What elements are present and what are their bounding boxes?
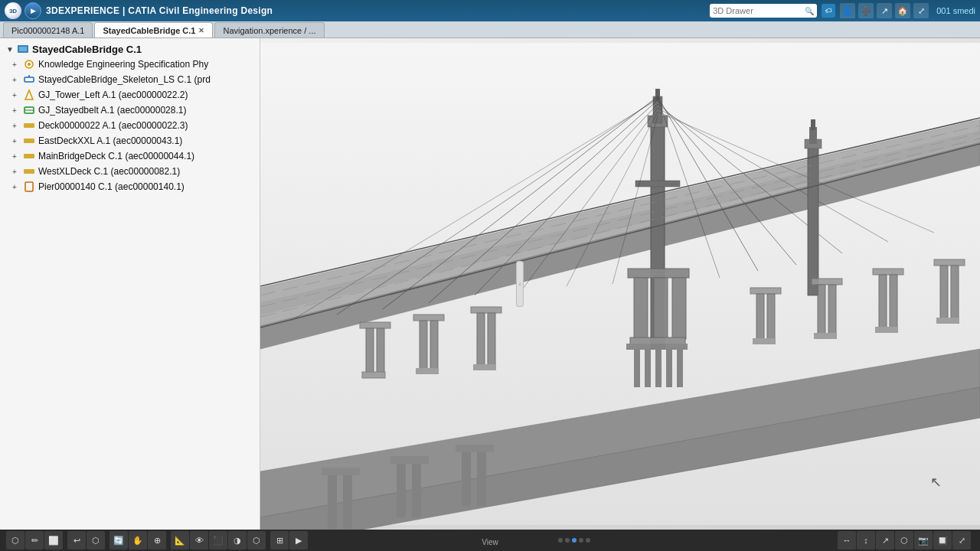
tab-pic[interactable]: Pic0000002148 A.1	[3, 22, 93, 37]
tree-expand-3[interactable]: +	[12, 91, 20, 99]
svg-rect-69	[818, 285, 825, 334]
share-icon[interactable]: ↗	[877, 3, 892, 18]
wireframe-tool[interactable]: ⬡	[247, 531, 266, 549]
user-badge: 001 smedi	[936, 6, 975, 15]
svg-rect-89	[343, 475, 352, 529]
svg-rect-9	[24, 123, 34, 128]
svg-rect-44	[362, 372, 385, 378]
svg-rect-90	[390, 456, 429, 464]
sketch-tool[interactable]: ✏	[25, 531, 44, 549]
tree-item-label-8: WestXLDeck C.1 (aec00000082.1)	[38, 166, 180, 177]
capture-tool[interactable]: 📷	[914, 531, 933, 549]
ke-icon	[23, 58, 35, 70]
svg-rect-76	[934, 259, 965, 266]
svg-rect-58	[626, 344, 688, 350]
tab-nav[interactable]: Navigation.xperience / ...	[214, 22, 324, 37]
zoom-tool[interactable]: ⊕	[148, 531, 166, 549]
dim3-tool[interactable]: ↗	[876, 531, 894, 549]
select-tools: ⬡ ✏ ⬜	[6, 531, 63, 549]
rotate-tool[interactable]: 🔄	[109, 531, 128, 549]
add-icon[interactable]: ➕	[858, 3, 874, 18]
svg-rect-4	[24, 77, 34, 82]
svg-rect-95	[477, 452, 486, 506]
tree-item-9[interactable]: +Pier00000140 C.1 (aec00000140.1)	[0, 179, 260, 194]
nav-dot-1	[558, 538, 563, 543]
analysis-tools: 📐 👁 ⬛ ◑ ⬡	[171, 531, 266, 549]
navigation-dots	[558, 538, 590, 543]
tree-item-5[interactable]: +Deck00000022 A.1 (aec00000022.3)	[0, 118, 260, 133]
svg-rect-51	[488, 313, 495, 367]
dim4-tool[interactable]: ⬡	[895, 531, 913, 549]
tab-bridge[interactable]: StayedCableBridge C.1 ✕	[94, 22, 213, 37]
tree-item-7[interactable]: +MainBridgeDeck C.1 (aec00000044.1)	[0, 148, 260, 164]
hide-tool[interactable]: 👁	[190, 531, 208, 549]
svg-rect-73	[879, 275, 887, 328]
panel-collapse-handle[interactable]: ‹	[516, 261, 524, 307]
tree-expand-5[interactable]: +	[12, 122, 20, 129]
tree-item-2[interactable]: +StayedCableBridge_Skeleton_LS C.1 (prd	[0, 72, 260, 87]
3d-viewport[interactable]: ↖ ‹	[260, 38, 980, 530]
tree-expand-4[interactable]: +	[12, 106, 20, 114]
top-bar: 3D 3DEXPERIENCE | CATIA Civil Engineerin…	[0, 0, 980, 21]
svg-rect-87	[322, 468, 360, 475]
select-tool[interactable]: ⬡	[6, 531, 24, 549]
tree-item-3[interactable]: +GJ_Tower_Left A.1 (aec00000022.2)	[0, 87, 260, 103]
view3d-tool[interactable]: 🔲	[933, 531, 952, 549]
svg-rect-12	[24, 169, 34, 174]
tree-item-4[interactable]: +GJ_Stayedbelt A.1 (aec00000028.1)	[0, 103, 260, 118]
search-icon[interactable]: 🔍	[805, 7, 814, 15]
section-tool[interactable]: ⬛	[209, 531, 227, 549]
nav-dot-3	[572, 538, 577, 543]
tag-icon[interactable]: 🏷	[822, 4, 835, 18]
search-input[interactable]	[713, 6, 805, 15]
render-tool[interactable]: ◑	[228, 531, 247, 549]
tree-item-label-5: Deck00000022 A.1 (aec00000022.3)	[38, 120, 188, 131]
tree-panel: ▼ StayedCableBridge C.1 +Knowledge Engin…	[0, 38, 260, 530]
dim2-tool[interactable]: ↕	[857, 531, 875, 549]
svg-rect-93	[456, 445, 494, 452]
svg-rect-42	[366, 328, 374, 374]
box-tool[interactable]: ⬡	[87, 531, 105, 549]
measure-tool[interactable]: 📐	[171, 531, 189, 549]
svg-rect-78	[951, 266, 959, 319]
tab-nav-label: Navigation.xperience / ...	[223, 26, 315, 35]
logo-area: 3D	[5, 2, 41, 19]
svg-rect-91	[397, 464, 406, 517]
pier-icon	[23, 181, 35, 193]
tree-expand-1[interactable]: +	[12, 60, 20, 68]
bottom-toolbar: ⬡ ✏ ⬜ ↩ ⬡ 🔄 ✋ ⊕ 📐 👁 ⬛ ◑ ⬡ ⊞ ▶ View ↔ ↕ ↗…	[0, 530, 980, 551]
user-icon[interactable]: 👤	[840, 3, 855, 18]
tab-bridge-close[interactable]: ✕	[198, 27, 204, 34]
export-tool[interactable]: ⤢	[952, 531, 971, 549]
svg-marker-6	[25, 90, 33, 99]
dim1-tool[interactable]: ↔	[838, 531, 856, 549]
tree-expand-7[interactable]: +	[12, 152, 20, 160]
more-tool[interactable]: ▶	[289, 531, 308, 549]
tree-expand-9[interactable]: +	[12, 183, 20, 191]
grid-tool[interactable]: ⊞	[270, 531, 289, 549]
expand-icon[interactable]: ⤢	[913, 3, 929, 18]
tree-root[interactable]: ▼ StayedCableBridge C.1	[0, 41, 260, 57]
topbar-icons: 👤 ➕ ↗ 🏠 ⤢	[840, 3, 929, 18]
app-title: 3DEXPERIENCE | CATIA Civil Engineering D…	[46, 5, 273, 16]
deck-icon	[23, 150, 35, 162]
tree-item-1[interactable]: +Knowledge Engineering Specification Phy	[0, 57, 260, 72]
play-button[interactable]	[24, 2, 41, 19]
home-icon[interactable]: 🏠	[895, 3, 910, 18]
pan-tool[interactable]: ✋	[129, 531, 147, 549]
svg-rect-50	[477, 313, 485, 367]
root-expand[interactable]: ▼	[6, 45, 14, 53]
body-tool[interactable]: ⬜	[44, 531, 63, 549]
tree-item-label-9: Pier00000140 C.1 (aec00000140.1)	[38, 181, 185, 192]
svg-rect-66	[767, 294, 775, 340]
svg-rect-52	[473, 364, 496, 370]
tree-item-6[interactable]: +EastDeckXXL A.1 (aec00000043.1)	[0, 133, 260, 148]
tree-item-8[interactable]: +WestXLDeck C.1 (aec00000082.1)	[0, 164, 260, 179]
svg-rect-53	[628, 269, 689, 278]
tree-expand-6[interactable]: +	[12, 137, 20, 145]
tree-expand-8[interactable]: +	[12, 168, 20, 175]
tree-expand-2[interactable]: +	[12, 76, 20, 83]
svg-rect-94	[462, 452, 471, 506]
undo-tool[interactable]: ↩	[67, 531, 86, 549]
deck-icon	[23, 119, 35, 132]
